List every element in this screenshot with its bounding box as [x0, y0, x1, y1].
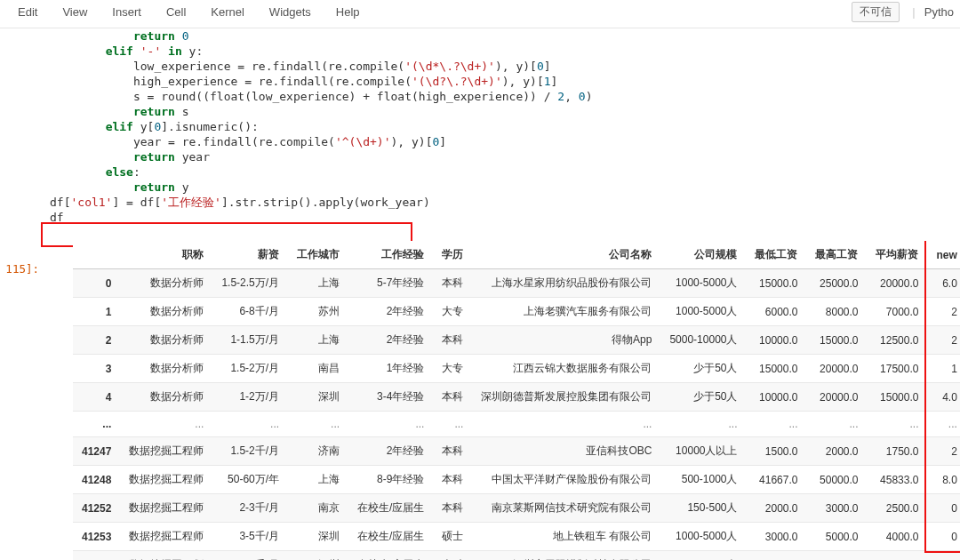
- cell: 大专: [433, 355, 472, 383]
- menu-widgets[interactable]: Widgets: [257, 2, 324, 22]
- code-text: df: [50, 211, 64, 224]
- cell: 上海: [288, 466, 348, 494]
- cell: 1-1.5万/月: [212, 326, 288, 355]
- menu-kernel[interactable]: Kernel: [198, 2, 257, 22]
- kw-return: return: [133, 29, 175, 43]
- kernel-name[interactable]: Pytho: [924, 5, 955, 19]
- ellipsis-cell: ...: [927, 412, 960, 437]
- menu-edit[interactable]: Edit: [5, 2, 50, 22]
- cell: 0: [927, 494, 960, 523]
- kw-return: return: [133, 105, 175, 118]
- ellipsis-cell: ...: [212, 412, 288, 437]
- cell: 1.5-2万/月: [212, 355, 288, 383]
- cell: 1.5-2.5万/月: [212, 269, 288, 298]
- cell: 数据分析师: [120, 298, 212, 326]
- cell: 济南: [288, 437, 348, 466]
- table-row: 1数据分析师6-8千/月苏州2年经验大专上海老骥汽车服务有限公司1000-500…: [73, 298, 960, 326]
- cell: 深圳市无限进制科技有限公司: [472, 551, 660, 561]
- cell: 3000.0: [746, 523, 806, 551]
- code-text: ].isnumeric():: [161, 120, 259, 133]
- menu-view[interactable]: View: [50, 2, 100, 22]
- cell: 硕士: [433, 523, 472, 551]
- cell: 150-500人: [660, 494, 746, 523]
- cell: 在校生/应届生: [348, 494, 433, 523]
- code-text: [50, 165, 106, 179]
- ellipsis-cell: ...: [746, 412, 806, 437]
- code-text: :: [133, 165, 140, 179]
- trust-button[interactable]: 不可信: [852, 2, 900, 22]
- cell: 4000.0: [867, 523, 927, 551]
- cell: 10000.0: [746, 326, 806, 355]
- cell: 3000.0: [806, 494, 867, 523]
- cell: 6500.0: [867, 551, 927, 561]
- cell: 10000.0: [746, 383, 806, 412]
- cell: 数据挖掘工程师: [120, 437, 212, 466]
- col-header: 薪资: [212, 241, 288, 269]
- code-text: [50, 120, 106, 133]
- cell: 得物App: [472, 326, 660, 355]
- cell: 15000.0: [746, 355, 806, 383]
- cell: 中国太平洋财产保险股份有限公司: [472, 466, 660, 494]
- num: 0: [579, 90, 586, 103]
- cell: 1-2万/月: [212, 383, 288, 412]
- code-text: [175, 29, 182, 43]
- cell: 南昌: [288, 355, 348, 383]
- cell: 20000.0: [806, 355, 867, 383]
- code-text: ].str.strip().apply(work_year): [221, 196, 430, 209]
- col-header: 公司规模: [660, 241, 746, 269]
- output-prompt: 115]:: [0, 262, 39, 276]
- dataframe-table: 职称薪资工作城市工作经验学历公司名称公司规模最低工资最高工资平均薪资newcol…: [73, 241, 960, 560]
- col-index: [73, 241, 120, 269]
- str: '(\d?\.?\d+)': [412, 75, 502, 88]
- code-text: year: [175, 150, 210, 164]
- col-header: 公司名称: [472, 241, 660, 269]
- code-text: ,: [564, 90, 579, 103]
- row-index: 41254: [73, 551, 120, 561]
- str: '^(\d+)': [335, 135, 391, 148]
- output-area: 职称薪资工作城市工作经验学历公司名称公司规模最低工资最高工资平均薪资newcol…: [44, 241, 960, 560]
- menu-insert[interactable]: Insert: [100, 2, 154, 22]
- col-header: 职称: [120, 241, 212, 269]
- code-cell[interactable]: return 0 elif '-' in y: low_experience =…: [44, 28, 960, 227]
- table-row: 0数据分析师1.5-2.5万/月上海5-7年经验本科上海水星家用纺织品股份有限公…: [73, 269, 960, 298]
- cell: 5000-10000人: [660, 326, 746, 355]
- num: 0: [182, 29, 189, 43]
- notebook-area: return 0 elif '-' in y: low_experience =…: [0, 28, 960, 560]
- cell: 上海老骥汽车服务有限公司: [472, 298, 660, 326]
- cell: 在校生/应届生: [348, 551, 433, 561]
- str: '工作经验': [161, 196, 221, 209]
- cell: 15000.0: [806, 326, 867, 355]
- row-index: 41252: [73, 494, 120, 523]
- str: '-': [140, 44, 161, 58]
- cell: 1000-5000人: [660, 298, 746, 326]
- code-text: [50, 150, 133, 164]
- table-row: 41254数据挖掘工程师5-8千/月深圳在校生/应届生本科深圳市无限进制科技有限…: [73, 551, 960, 561]
- code-text: ), y)[: [495, 60, 537, 73]
- kw-return: return: [133, 180, 175, 194]
- cell: 1000-5000人: [660, 523, 746, 551]
- menu-cell[interactable]: Cell: [154, 2, 198, 22]
- kw-in: in: [168, 44, 182, 58]
- table-row: 41252数据挖掘工程师2-3千/月南京在校生/应届生本科南京莱斯网信技术研究院…: [73, 494, 960, 523]
- cell: 深圳: [288, 551, 348, 561]
- cell: 12500.0: [867, 326, 927, 355]
- cell: 1500.0: [746, 437, 806, 466]
- cell: 大专: [433, 298, 472, 326]
- cell: 5-8千/月: [212, 551, 288, 561]
- num: 1: [544, 75, 551, 88]
- cell: 17500.0: [867, 355, 927, 383]
- ellipsis-cell: ...: [120, 412, 212, 437]
- code-text: y[: [133, 120, 154, 133]
- code-text: y: [175, 180, 189, 194]
- col-header: new: [927, 241, 960, 269]
- table-row: 2数据分析师1-1.5万/月上海2年经验本科得物App5000-10000人10…: [73, 326, 960, 355]
- cell: 8000.0: [806, 298, 867, 326]
- cell: 南京莱斯网信技术研究院有限公司: [472, 494, 660, 523]
- cell: 2000.0: [806, 437, 867, 466]
- cell: 苏州: [288, 298, 348, 326]
- cell: 2: [927, 437, 960, 466]
- cell: 45833.0: [867, 466, 927, 494]
- code-text: [133, 44, 140, 58]
- str: 'col1': [70, 196, 112, 209]
- menu-help[interactable]: Help: [324, 2, 372, 22]
